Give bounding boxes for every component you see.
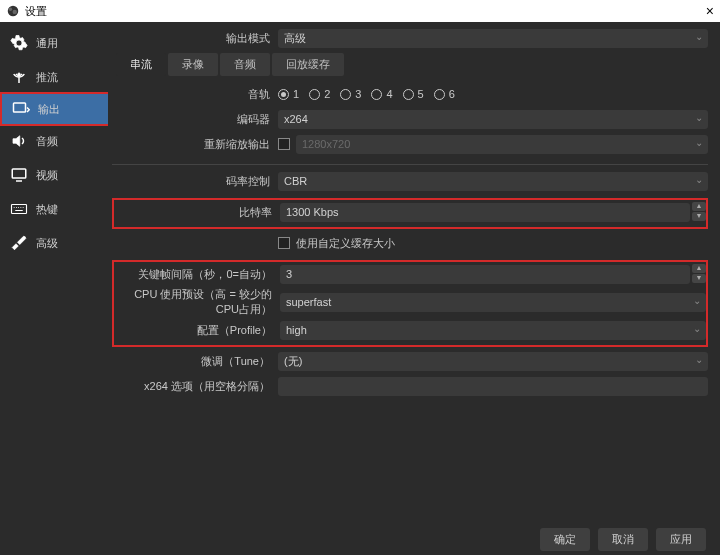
x264opts-label: x264 选项（用空格分隔） (112, 379, 278, 394)
divider (112, 164, 708, 165)
monitor-icon (10, 166, 28, 184)
sidebar-item-output[interactable]: 输出 (0, 92, 108, 126)
speaker-icon (10, 132, 28, 150)
tune-label: 微调（Tune） (112, 354, 278, 369)
bitrate-label: 比特率 (114, 205, 280, 220)
radio-track-3[interactable]: 3 (340, 88, 361, 100)
rate-control-select[interactable]: CBR⌄ (278, 172, 708, 191)
rescale-select[interactable]: 1280x720⌄ (296, 135, 708, 154)
radio-track-6[interactable]: 6 (434, 88, 455, 100)
encoder-label: 编码器 (112, 112, 278, 127)
ok-button[interactable]: 确定 (540, 528, 590, 551)
chevron-icon: ⌄ (695, 31, 703, 42)
keyframe-label: 关键帧间隔（秒，0=自动） (114, 267, 280, 282)
output-mode-label: 输出模式 (112, 31, 278, 46)
keyframe-input[interactable]: 3 (280, 265, 690, 284)
titlebar: 设置 × (0, 0, 720, 22)
svg-point-2 (13, 10, 17, 14)
chevron-icon: ⌄ (695, 137, 703, 148)
antenna-icon (10, 68, 28, 86)
encoder-select[interactable]: x264⌄ (278, 110, 708, 129)
output-mode-select[interactable]: 高级⌄ (278, 29, 708, 48)
sidebar: 通用 推流 输出 音频 视频 热键 (0, 22, 108, 523)
sidebar-label: 通用 (36, 36, 58, 51)
tools-icon (10, 234, 28, 252)
sidebar-item-advanced[interactable]: 高级 (0, 226, 108, 260)
monitor-arrow-icon (12, 100, 30, 118)
custom-buffer-checkbox[interactable] (278, 237, 290, 249)
chevron-icon: ⌄ (695, 174, 703, 185)
sidebar-item-general[interactable]: 通用 (0, 26, 108, 60)
svg-point-3 (18, 73, 20, 75)
profile-select[interactable]: high⌄ (280, 321, 706, 340)
tab-replay[interactable]: 回放缓存 (272, 53, 344, 76)
sidebar-label: 热键 (36, 202, 58, 217)
radio-track-2[interactable]: 2 (309, 88, 330, 100)
close-icon[interactable]: × (706, 3, 714, 19)
tab-stream[interactable]: 串流 (116, 53, 166, 76)
rescale-label: 重新缩放输出 (112, 137, 278, 152)
sidebar-label: 高级 (36, 236, 58, 251)
radio-track-5[interactable]: 5 (403, 88, 424, 100)
output-tabs: 串流 录像 音频 回放缓存 (116, 53, 708, 76)
keyboard-icon (10, 200, 28, 218)
gear-icon (10, 34, 28, 52)
keyframe-spinner[interactable]: ▲▼ (692, 264, 706, 284)
audio-track-radios: 1 2 3 4 5 6 (278, 88, 708, 100)
cpu-preset-label: CPU 使用预设（高 = 较少的 CPU占用） (114, 287, 280, 317)
sidebar-item-video[interactable]: 视频 (0, 158, 108, 192)
cpu-preset-select[interactable]: superfast⌄ (280, 293, 706, 312)
chevron-icon: ⌄ (693, 323, 701, 334)
apply-button[interactable]: 应用 (656, 528, 706, 551)
svg-rect-6 (12, 205, 27, 214)
window-title: 设置 (25, 4, 47, 19)
encoder-settings-highlight: 关键帧间隔（秒，0=自动） 3 ▲▼ CPU 使用预设（高 = 较少的 CPU占… (112, 260, 708, 347)
custom-buffer-label: 使用自定义缓存大小 (296, 236, 395, 251)
sidebar-label: 视频 (36, 168, 58, 183)
dialog-footer: 确定 取消 应用 (0, 523, 720, 555)
sidebar-label: 输出 (38, 102, 60, 117)
profile-label: 配置（Profile） (114, 323, 280, 338)
radio-track-4[interactable]: 4 (371, 88, 392, 100)
sidebar-label: 推流 (36, 70, 58, 85)
svg-rect-5 (12, 169, 26, 178)
rescale-checkbox[interactable] (278, 138, 290, 150)
content-panel: 输出模式 高级⌄ 串流 录像 音频 回放缓存 音轨 1 2 3 (108, 22, 720, 523)
rate-control-label: 码率控制 (112, 174, 278, 189)
cancel-button[interactable]: 取消 (598, 528, 648, 551)
sidebar-item-hotkeys[interactable]: 热键 (0, 192, 108, 226)
tab-audio[interactable]: 音频 (220, 53, 270, 76)
chevron-icon: ⌄ (693, 295, 701, 306)
tab-record[interactable]: 录像 (168, 53, 218, 76)
sidebar-item-stream[interactable]: 推流 (0, 60, 108, 94)
app-logo-icon (6, 4, 20, 18)
audio-track-label: 音轨 (112, 87, 278, 102)
radio-track-1[interactable]: 1 (278, 88, 299, 100)
chevron-icon: ⌄ (695, 354, 703, 365)
x264opts-input[interactable] (278, 377, 708, 396)
bitrate-input[interactable]: 1300 Kbps (280, 203, 690, 222)
tune-select[interactable]: (无)⌄ (278, 352, 708, 371)
sidebar-item-audio[interactable]: 音频 (0, 124, 108, 158)
bitrate-spinner[interactable]: ▲▼ (692, 202, 706, 222)
svg-point-1 (9, 8, 13, 12)
chevron-icon: ⌄ (695, 112, 703, 123)
svg-rect-4 (14, 103, 26, 112)
bitrate-highlight: 比特率 1300 Kbps ▲▼ (112, 198, 708, 229)
sidebar-label: 音频 (36, 134, 58, 149)
